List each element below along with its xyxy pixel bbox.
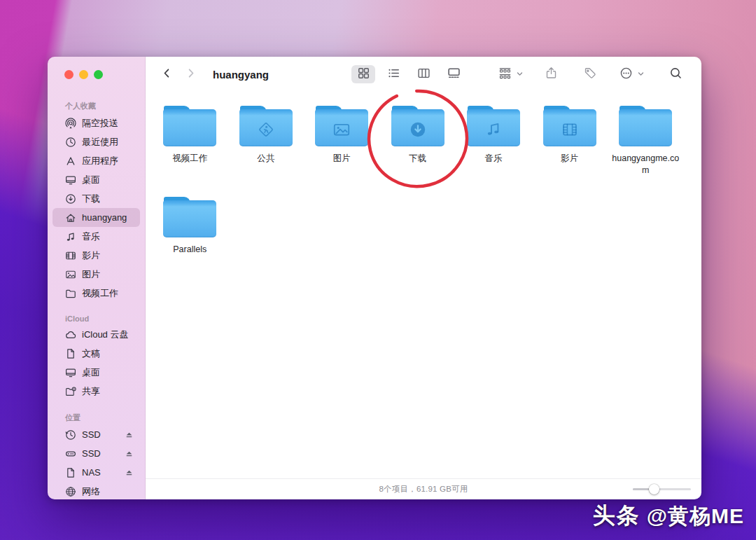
time-machine-icon (64, 429, 76, 441)
harddrive-icon (64, 448, 76, 459)
sidebar-item-label: 网络 (82, 485, 100, 498)
sidebar-item-label: 视频工作 (82, 287, 118, 300)
folder-music[interactable]: 音乐 (456, 106, 532, 176)
chevron-left-icon (161, 67, 173, 82)
group-by-icon (496, 65, 513, 83)
sidebar-item-icloud-desktop[interactable]: 桌面 (52, 363, 140, 382)
document-icon (64, 466, 76, 478)
more-actions-button[interactable] (617, 65, 645, 83)
sidebar-item-applications[interactable]: 应用程序 (52, 151, 140, 170)
folder-label: Parallels (173, 244, 206, 256)
sidebar-sections: 个人收藏隔空投送最近使用应用程序桌面下载huangyang音乐影片图片视频工作i… (48, 101, 145, 499)
desktop-wallpaper: 个人收藏隔空投送最近使用应用程序桌面下载huangyang音乐影片图片视频工作i… (0, 0, 756, 540)
sidebar-section-header: iCloud (48, 314, 145, 325)
window-controls (48, 57, 145, 79)
search-icon (669, 67, 682, 83)
folder-public[interactable]: 公共 (228, 106, 304, 176)
window-title: huangyang (213, 69, 269, 81)
folder-grid: 视频工作公共图片下载音乐影片huangyangme.comParallels (146, 92, 701, 478)
column-view-icon (417, 67, 430, 83)
folder-parallels[interactable]: Parallels (152, 197, 228, 256)
folder-label: 视频工作 (172, 153, 207, 165)
gallery-view-icon (447, 67, 461, 83)
share-button[interactable] (539, 65, 563, 83)
desktop-icon (64, 174, 76, 186)
group-by-button[interactable] (496, 65, 524, 83)
sidebar-item-label: 桌面 (82, 174, 100, 186)
sidebar-item-recents[interactable]: 最近使用 (52, 132, 140, 151)
airdrop-icon (64, 117, 76, 129)
pictures-emblem-icon (315, 112, 368, 146)
picture-icon (64, 268, 76, 280)
clock-icon (64, 136, 76, 148)
close-button[interactable] (64, 70, 74, 79)
sidebar-item-label: 桌面 (82, 366, 100, 379)
sidebar-item-label: iCloud 云盘 (82, 328, 128, 341)
shared-folder-icon (64, 385, 76, 397)
applications-icon (64, 155, 76, 167)
tag-icon (584, 67, 597, 83)
sidebar-item-music[interactable]: 音乐 (52, 227, 140, 246)
sidebar-item-label: 音乐 (82, 230, 100, 243)
folder-row: Parallels (152, 197, 228, 256)
folder-row: 视频工作公共图片下载音乐影片huangyangme.com (152, 106, 684, 176)
sidebar-section: iCloudiCloud 云盘文稿桌面共享 (48, 314, 145, 401)
eject-icon[interactable] (125, 449, 134, 458)
folder-movies[interactable]: 影片 (532, 106, 608, 176)
folder-icon (467, 106, 520, 146)
sidebar-item-home-huangyang[interactable]: huangyang (52, 208, 140, 227)
forward-button[interactable] (181, 64, 200, 84)
finder-main: huangyang 视频工作公 (146, 57, 701, 499)
sidebar-item-airdrop[interactable]: 隔空投送 (52, 113, 140, 132)
sidebar-item-downloads[interactable]: 下载 (52, 189, 140, 208)
ellipsis-circle-icon (617, 65, 634, 83)
back-button[interactable] (157, 64, 176, 84)
sidebar-item-label: 最近使用 (82, 136, 118, 148)
sidebar-item-label: huangyang (82, 212, 127, 223)
gallery-view-button[interactable] (442, 65, 465, 83)
folder-huangyangme-com[interactable]: huangyangme.com (608, 106, 684, 176)
sidebar-item-documents[interactable]: 文稿 (52, 344, 140, 363)
sidebar-section: 个人收藏隔空投送最近使用应用程序桌面下载huangyang音乐影片图片视频工作 (48, 101, 145, 303)
folder-label: 下载 (409, 153, 426, 165)
slider-thumb[interactable] (649, 484, 659, 494)
icon-view-button[interactable] (351, 65, 375, 83)
sidebar-item-network[interactable]: 网络 (52, 482, 140, 499)
eject-icon[interactable] (125, 468, 134, 477)
watermark-handle: @黄杨ME (647, 504, 744, 527)
music-emblem-icon (467, 112, 520, 146)
sidebar-item-movies[interactable]: 影片 (52, 246, 140, 265)
search-button[interactable] (664, 65, 687, 83)
folder-label: huangyangme.com (610, 153, 682, 176)
sidebar: 个人收藏隔空投送最近使用应用程序桌面下载huangyang音乐影片图片视频工作i… (48, 57, 146, 499)
eject-icon[interactable] (125, 430, 134, 439)
sidebar-item-icloud-drive[interactable]: iCloud 云盘 (52, 325, 140, 344)
folder-video-work[interactable]: 视频工作 (152, 106, 228, 176)
minimize-button[interactable] (79, 70, 88, 79)
sidebar-item-nas[interactable]: NAS (52, 463, 140, 482)
sidebar-item-ssd-drive[interactable]: SSD (52, 444, 140, 463)
folder-downloads[interactable]: 下载 (380, 106, 456, 176)
tag-button[interactable] (578, 65, 602, 83)
chevron-right-icon (185, 67, 197, 82)
sidebar-item-ssd-timemachine[interactable]: SSD (52, 425, 140, 444)
status-bar: 8个项目，61.91 GB可用 (146, 478, 701, 499)
music-icon (64, 230, 76, 242)
download-emblem-icon (391, 112, 444, 146)
sidebar-item-video-work[interactable]: 视频工作 (52, 284, 140, 303)
folder-icon (163, 106, 216, 146)
sidebar-section-header: 个人收藏 (48, 101, 145, 113)
sidebar-item-label: 图片 (82, 268, 100, 281)
column-view-button[interactable] (412, 65, 435, 83)
sidebar-item-label: 隔空投送 (82, 117, 118, 130)
folder-pictures[interactable]: 图片 (304, 106, 380, 176)
sidebar-item-label: SSD (82, 448, 101, 459)
download-circle-icon (64, 193, 76, 205)
sidebar-item-desktop[interactable]: 桌面 (52, 170, 140, 189)
zoom-button[interactable] (94, 70, 103, 79)
sidebar-item-pictures[interactable]: 图片 (52, 265, 140, 284)
sidebar-item-shared[interactable]: 共享 (52, 382, 140, 401)
list-view-button[interactable] (382, 65, 405, 83)
icon-size-slider[interactable] (633, 479, 691, 499)
movies-emblem-icon (543, 112, 596, 146)
